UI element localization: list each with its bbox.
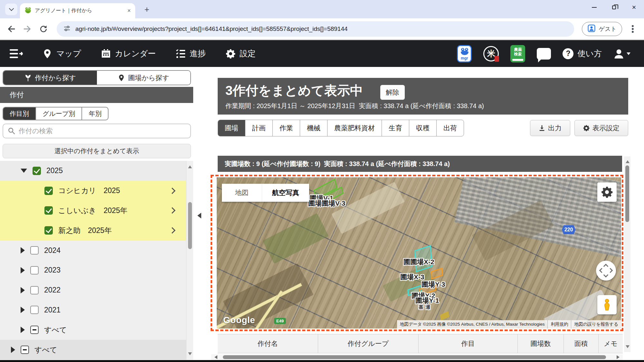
checkbox-indeterminate-icon[interactable] xyxy=(21,346,29,354)
rice-app-icon[interactable]: 米 xyxy=(483,46,499,61)
browser-menu-icon[interactable] xyxy=(632,28,634,30)
scrollbar-thumb[interactable] xyxy=(188,202,192,249)
checkbox-checked-icon[interactable] xyxy=(44,206,53,215)
tab-0[interactable]: 圃場 xyxy=(218,120,245,136)
pesticide-search-icon[interactable]: 農薬 検索 xyxy=(510,45,525,62)
tab-search-button[interactable] xyxy=(5,4,17,15)
report-error-link[interactable]: 地図の誤りを報告する xyxy=(571,320,621,329)
map-type-satellite-button[interactable]: 航空写真 xyxy=(262,184,309,202)
chevron-right-icon[interactable] xyxy=(169,188,175,194)
filter-tab-2[interactable]: 年別 xyxy=(81,107,108,120)
pan-down-icon[interactable] xyxy=(603,273,609,278)
expand-arrow-icon[interactable] xyxy=(21,247,25,254)
scrollbar-thumb[interactable] xyxy=(625,165,629,222)
tree-row[interactable]: こしいぶき 2025年 xyxy=(0,201,186,221)
tree-row[interactable]: すべて xyxy=(0,320,186,340)
tree-row[interactable]: 2022 xyxy=(0,280,186,300)
guest-profile-button[interactable]: ゲスト xyxy=(582,22,622,36)
tree-row[interactable]: 2024 xyxy=(0,240,186,260)
tree-row[interactable]: 2025 xyxy=(0,161,186,181)
chevron-right-icon[interactable] xyxy=(169,227,175,234)
checkbox-empty-icon[interactable] xyxy=(30,306,39,314)
expand-arrow-icon[interactable] xyxy=(21,287,25,293)
agrinote-mgr-icon[interactable]: mgr xyxy=(457,45,472,62)
filter-tab-1[interactable]: グループ別 xyxy=(35,107,81,120)
account-menu-button[interactable] xyxy=(613,48,630,59)
street-view-pegman-button[interactable] xyxy=(597,295,617,314)
horizontal-scrollbar[interactable] xyxy=(211,354,623,360)
tab-close-icon[interactable]: × xyxy=(127,7,131,14)
nav-item-calendar[interactable]: カレンダー xyxy=(101,48,156,59)
tree-row[interactable]: すべて xyxy=(0,340,186,360)
scroll-down-icon[interactable] xyxy=(188,352,192,357)
help-button[interactable]: ? 使い方 xyxy=(563,48,602,59)
sidebar-collapse-button[interactable] xyxy=(194,210,202,221)
tab-1[interactable]: 計画 xyxy=(245,120,272,136)
expand-arrow-icon[interactable] xyxy=(21,267,25,274)
pan-right-icon[interactable] xyxy=(608,268,613,273)
window-close-button[interactable]: × xyxy=(624,0,644,15)
tab-6[interactable]: 収穫 xyxy=(409,120,436,136)
reload-button[interactable] xyxy=(38,23,49,34)
vertical-scrollbar[interactable] xyxy=(624,156,630,352)
checkbox-empty-icon[interactable] xyxy=(30,246,39,255)
display-settings-button[interactable]: 表示設定 xyxy=(574,120,628,136)
window-restore-button[interactable] xyxy=(604,0,624,15)
map-settings-button[interactable] xyxy=(597,182,617,202)
tree-row[interactable]: 新之助 2025年 xyxy=(0,220,186,240)
scroll-down-icon[interactable] xyxy=(626,345,630,350)
scroll-left-icon[interactable] xyxy=(213,355,217,359)
checkbox-empty-icon[interactable] xyxy=(30,266,39,274)
show-selected-plantings-button[interactable]: 選択中の作付をまとめて表示 xyxy=(3,144,191,158)
checkbox-checked-icon[interactable] xyxy=(33,167,41,175)
checkbox-empty-icon[interactable] xyxy=(30,286,39,294)
tree-row[interactable]: 2021 xyxy=(0,300,186,320)
url-bar[interactable]: agri-note.jp/b/#/overview/projects?proje… xyxy=(57,21,574,37)
terms-link[interactable]: 利用規約 xyxy=(547,320,571,329)
tab-2[interactable]: 作業 xyxy=(272,120,300,136)
sidebar-scrollbar[interactable] xyxy=(186,161,193,360)
tree-row[interactable]: 2023 xyxy=(0,260,186,280)
window-minimize-button[interactable] xyxy=(584,0,604,15)
tree-row[interactable]: コシヒカリ 2025 xyxy=(0,181,186,201)
nav-item-progress[interactable]: 進捗 xyxy=(176,48,206,59)
forward-button[interactable] xyxy=(22,23,33,34)
map-type-map-button[interactable]: 地図 xyxy=(222,184,262,202)
pan-left-icon[interactable] xyxy=(599,268,604,273)
new-tab-button[interactable]: + xyxy=(142,4,152,14)
browser-tab[interactable]: アグリノート｜作付から × xyxy=(20,3,135,18)
nav-item-settings[interactable]: 設定 xyxy=(226,48,256,59)
site-settings-icon[interactable] xyxy=(63,24,71,33)
map-canvas[interactable]: 地図 航空写真 220 Google E49 地図データ ©2025 画像 ©2… xyxy=(217,177,621,329)
scrollbar-thumb[interactable] xyxy=(223,355,606,359)
checkbox-checked-icon[interactable] xyxy=(44,187,53,195)
chevron-right-icon[interactable] xyxy=(169,208,175,214)
collapse-arrow-icon[interactable] xyxy=(21,169,27,173)
checkbox-indeterminate-icon[interactable] xyxy=(30,326,39,334)
tab-search-by-planting[interactable]: 作付から探す xyxy=(3,71,97,85)
filter-tab-0[interactable]: 作目別 xyxy=(3,107,35,120)
expand-arrow-icon[interactable] xyxy=(11,347,15,353)
field-polygon[interactable] xyxy=(431,268,443,279)
back-button[interactable] xyxy=(6,23,17,34)
tab-search-by-field[interactable]: 圃場から探す xyxy=(97,71,191,85)
scroll-right-icon[interactable] xyxy=(617,355,621,359)
field-polygon[interactable] xyxy=(440,311,450,320)
expand-arrow-icon[interactable] xyxy=(21,327,25,333)
clear-selection-button[interactable]: 解除 xyxy=(380,85,405,100)
scroll-up-icon[interactable] xyxy=(626,158,630,163)
search-input[interactable] xyxy=(19,127,186,135)
scroll-up-icon[interactable] xyxy=(188,163,192,168)
tab-5[interactable]: 生育 xyxy=(382,120,409,136)
feedback-chat-icon[interactable] xyxy=(537,48,551,60)
tab-7[interactable]: 出荷 xyxy=(436,120,464,136)
pan-up-icon[interactable] xyxy=(603,264,609,269)
nav-item-map[interactable]: マップ xyxy=(43,48,81,59)
checkbox-checked-icon[interactable] xyxy=(44,226,53,235)
export-button[interactable]: 出力 xyxy=(530,120,570,136)
expand-arrow-icon[interactable] xyxy=(21,307,25,313)
tab-3[interactable]: 機械 xyxy=(300,120,327,136)
map-pan-control[interactable] xyxy=(596,261,616,281)
planting-search-box[interactable] xyxy=(3,124,191,138)
sidebar-toggle-button[interactable] xyxy=(10,49,24,59)
